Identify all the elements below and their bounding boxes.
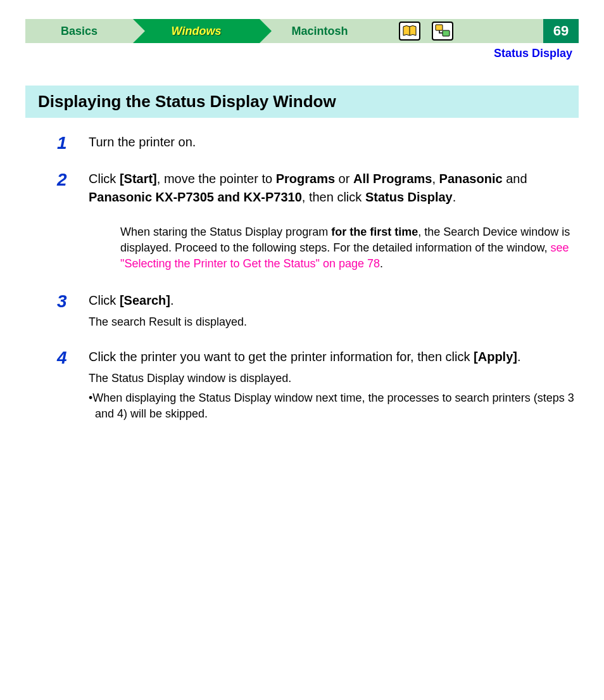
step-number: 4	[57, 348, 89, 367]
book-icon[interactable]	[399, 22, 420, 41]
step-text: Click the printer you want to get the pr…	[89, 348, 579, 422]
tab-macintosh[interactable]: Macintosh	[260, 19, 380, 43]
tab-basics[interactable]: Basics	[25, 19, 133, 43]
step-1: 1 Turn the printer on.	[57, 133, 579, 152]
step-subtext: The Status Display window is displayed.	[89, 370, 579, 386]
page-number: 69	[543, 19, 579, 43]
step-3: 3 Click [Search]. The search Result is d…	[57, 291, 579, 330]
step-4: 4 Click the printer you want to get the …	[57, 348, 579, 422]
header-icon-area	[380, 19, 543, 43]
header-tabs: Basics Windows Macintosh 69	[25, 19, 579, 43]
svg-rect-2	[443, 30, 450, 36]
step-2: 2 Click [Start], move the pointer to Pro…	[57, 170, 579, 207]
svg-rect-1	[436, 25, 443, 30]
network-icon[interactable]	[432, 22, 453, 41]
section-label: Status Display	[25, 47, 572, 60]
step-subtext: The search Result is displayed.	[89, 314, 247, 330]
step-text: Click [Start], move the pointer to Progr…	[89, 170, 579, 207]
tab-windows[interactable]: Windows	[133, 19, 260, 43]
steps-list: 1 Turn the printer on. 2 Click [Start], …	[57, 133, 579, 422]
step-number: 1	[57, 133, 89, 152]
step-number: 2	[57, 170, 89, 189]
step-text: Turn the printer on.	[89, 133, 196, 151]
page-title: Displaying the Status Display Window	[25, 86, 579, 118]
step-text: Click [Search]. The search Result is dis…	[89, 291, 247, 330]
step-bullet: •When displaying the Status Display wind…	[89, 390, 579, 422]
step-2-note: When staring the Status Display program …	[120, 224, 579, 272]
step-number: 3	[57, 291, 89, 310]
